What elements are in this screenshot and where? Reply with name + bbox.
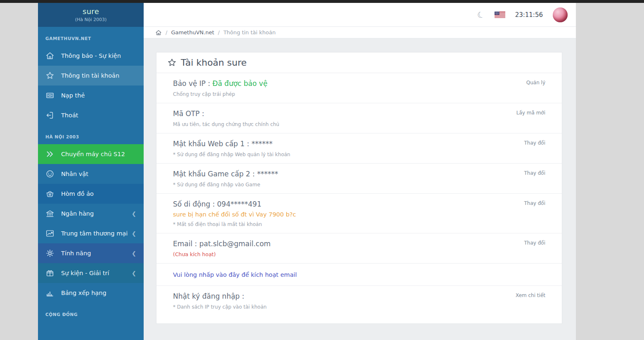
sidebar-item[interactable]: Thoát [38, 105, 144, 125]
sidebar-item-label: Thông tin tài khoản [61, 72, 138, 79]
sidebar-item-label: Bảng xếp hạng [61, 290, 138, 296]
main-area: ☾ 23:11:56 [144, 3, 576, 340]
cash-icon [45, 91, 54, 100]
row-label: Mã OTP : [173, 109, 551, 118]
breadcrumb: / GamethuVN.net / Thông tin tài khoản [144, 27, 576, 38]
chevron-left-icon: ❮ [132, 211, 136, 217]
sidebar-server-subtitle: (Hà Nội 2003) [38, 17, 144, 22]
sidebar-item-label: Thông báo - Sự kiện [61, 52, 138, 59]
user-avatar[interactable] [553, 7, 568, 22]
sidebar-section-label: CỘNG ĐỒNG [38, 303, 144, 322]
dark-mode-moon-icon[interactable]: ☾ [476, 10, 485, 20]
star-icon [167, 58, 177, 67]
account-rows: Bảo vệ IP : Đã được bảo vệChống truy cập… [156, 73, 562, 316]
sidebar-section-label: HÀ NỘI 2003 [38, 125, 144, 144]
email-activation-row: Vui lòng nhấp vào đây để kích hoạt email [156, 264, 562, 286]
row-note: * Sử dụng để đăng nhập vào Game [173, 182, 551, 188]
panel-title-bar: Tài khoản sure [156, 52, 562, 73]
star-icon [45, 71, 54, 80]
gift-icon [45, 269, 54, 278]
sidebar-item-label: Tính năng [61, 250, 132, 257]
row-action-link[interactable]: Xem chi tiết [516, 292, 545, 298]
bank-icon [45, 209, 54, 218]
smiley-icon [45, 169, 54, 178]
sidebar-nav: GAMETHUVN.NETThông báo - Sự kiệnThông ti… [38, 27, 144, 322]
breadcrumb-current-page: Thông tin tài khoản [223, 29, 276, 36]
panel-title: Tài khoản sure [181, 57, 247, 68]
topbar: ☾ 23:11:56 [144, 3, 576, 27]
chevron-left-icon: ❮ [132, 231, 136, 237]
account-panel: Tài khoản sure Bảo vệ IP : Đã được bảo v… [156, 52, 562, 324]
sidebar-item-label: Thoát [61, 112, 138, 119]
row-action-link[interactable]: Lấy mã mới [516, 110, 545, 116]
clock: 23:11:56 [515, 11, 543, 19]
sidebar-item[interactable]: Ngân hàng❮ [38, 204, 144, 223]
chevron-left-icon: ❮ [132, 250, 136, 257]
sidebar-item[interactable]: Trung tâm thương mại❮ [38, 223, 144, 243]
row-label: Mật khẩu Web cấp 1 : ****** [173, 140, 551, 148]
row-label: Nhật ký đăng nhập : [173, 292, 551, 300]
double-chevron-icon [45, 150, 54, 159]
account-info-row: Mật khẩu Game cấp 2 : ******* Sử dụng để… [156, 164, 562, 194]
row-action-link[interactable]: Thay đổi [524, 200, 546, 206]
account-info-row: Số di động : 094*****491sure bị hạn chế … [156, 194, 562, 233]
chart-icon [45, 229, 54, 238]
sidebar-item[interactable]: Nhân vật [38, 164, 144, 184]
row-label: Mật khẩu Game cấp 2 : ****** [173, 170, 551, 178]
sidebar-item-label: Nhân vật [61, 171, 138, 177]
row-label: Số di động : 094*****491 [173, 200, 551, 208]
window-top-strip [0, 0, 644, 3]
sidebar-item-label: Sự kiện - Giải trí [61, 270, 132, 276]
row-note: Mã ưu tiên, tác dụng chứng thực chính ch… [173, 121, 551, 127]
sidebar-item[interactable]: Hòm đồ ảo [38, 184, 144, 204]
sidebar-item[interactable]: Bảng xếp hạng [38, 283, 144, 303]
sidebar-item-label: Ngân hàng [61, 210, 132, 217]
sidebar: sure (Hà Nội 2003) GAMETHUVN.NETThông bá… [38, 3, 144, 340]
content-area: Tài khoản sure Bảo vệ IP : Đã được bảo v… [144, 39, 576, 340]
row-action-link[interactable]: Thay đổi [524, 170, 546, 176]
account-info-row: Mật khẩu Web cấp 1 : ******* Sử dụng để … [156, 133, 562, 164]
sidebar-account-header: sure (Hà Nội 2003) [38, 3, 144, 27]
sidebar-section-label: GAMETHUVN.NET [38, 27, 144, 46]
sidebar-item[interactable]: Thông tin tài khoản [38, 66, 144, 86]
row-label: Email : pat.slcb@gmail.com [173, 240, 551, 248]
row-note: * Sử dụng để đăng nhập Web quản lý tài k… [173, 152, 551, 157]
sidebar-item[interactable]: Thông báo - Sự kiện [38, 46, 144, 66]
exit-icon [45, 111, 54, 120]
us-flag-icon[interactable] [495, 12, 505, 18]
account-info-row: Nhật ký đăng nhập :* Danh sách IP truy c… [156, 286, 562, 316]
row-warning-text: sure bị hạn chế đổi số đt vì Vay 7900 b?… [173, 211, 551, 218]
sidebar-item-label: Trung tâm thương mại [61, 230, 132, 237]
account-info-row: Mã OTP :Mã ưu tiên, tác dụng chứng thực … [156, 103, 562, 133]
sidebar-item[interactable]: Nạp thẻ [38, 86, 144, 105]
breadcrumb-separator: / [218, 29, 220, 36]
row-error-text: (Chưa kích hoạt) [173, 251, 551, 257]
sidebar-item[interactable]: Tính năng❮ [38, 243, 144, 263]
sidebar-item-label: Chuyển máy chủ S12 [61, 151, 138, 157]
row-note: * Danh sách IP truy cập vào tài khoản [173, 304, 551, 310]
account-info-row: Email : pat.slcb@gmail.com(Chưa kích hoạ… [156, 233, 562, 264]
activate-email-link[interactable]: Vui lòng nhấp vào đây để kích hoạt email [173, 271, 297, 278]
barchart-icon [45, 288, 54, 297]
row-action-link[interactable]: Thay đổi [524, 140, 546, 146]
row-value-status: Đã được bảo vệ [213, 79, 268, 88]
row-label: Bảo vệ IP : Đã được bảo vệ [173, 79, 551, 88]
account-info-row: Bảo vệ IP : Đã được bảo vệChống truy cập… [156, 73, 562, 103]
gear-icon [45, 249, 54, 258]
breadcrumb-separator: / [166, 29, 167, 36]
sidebar-item-label: Nạp thẻ [61, 92, 138, 99]
sidebar-item[interactable]: Chuyển máy chủ S12 [38, 144, 144, 164]
row-note: Chống truy cập trái phép [173, 91, 551, 97]
sidebar-item[interactable]: Sự kiện - Giải trí❮ [38, 263, 144, 283]
row-action-link[interactable]: Quản lý [526, 80, 545, 86]
row-note: * Mất số điện thoại là mất tài khoản [173, 221, 551, 227]
home-icon [45, 51, 54, 60]
sidebar-username: sure [38, 7, 144, 16]
row-action-link[interactable]: Thay đổi [524, 240, 546, 246]
home-icon[interactable] [155, 29, 162, 36]
chevron-left-icon: ❮ [132, 270, 136, 276]
sidebar-item-label: Hòm đồ ảo [61, 190, 138, 197]
breadcrumb-site-link[interactable]: GamethuVN.net [171, 29, 214, 36]
basket-icon [45, 189, 54, 198]
app-window: sure (Hà Nội 2003) GAMETHUVN.NETThông bá… [38, 3, 576, 340]
